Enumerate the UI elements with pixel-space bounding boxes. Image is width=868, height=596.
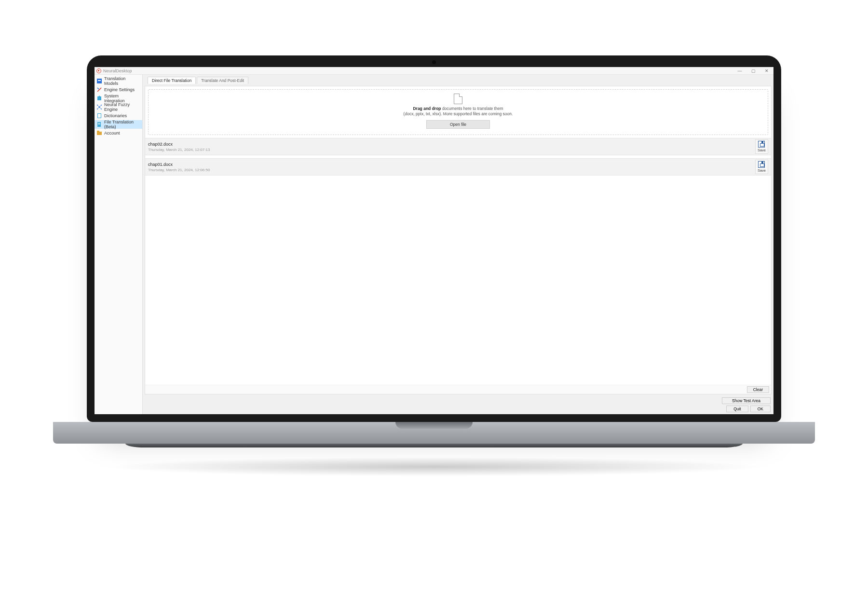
app-window: NeuralDesktop — ▢ ✕ Translation Models xyxy=(95,67,773,414)
file-date: Thursday, March 21, 2024, 12:07:13 xyxy=(148,148,210,152)
sidebar-item-label: Neural Fuzzy Engine xyxy=(104,102,140,112)
laptop-frame: NeuralDesktop — ▢ ✕ Translation Models xyxy=(87,55,781,476)
save-icon xyxy=(758,141,765,148)
sidebar-item-label: Translation Models xyxy=(104,76,140,86)
sidebar-item-dictionaries[interactable]: Dictionaries xyxy=(95,111,142,120)
main-area: Direct File Translation Translate And Po… xyxy=(143,75,773,414)
minimize-button[interactable]: — xyxy=(733,67,746,75)
dropzone-bold: Drag and drop xyxy=(413,106,441,111)
models-icon xyxy=(96,78,102,84)
save-label: Save xyxy=(758,168,766,173)
show-test-area-button[interactable]: Show Test Area xyxy=(722,397,771,404)
window-controls: — ▢ ✕ xyxy=(733,67,773,75)
file-name: chap01.docx xyxy=(148,162,210,167)
save-label: Save xyxy=(758,148,766,152)
clear-button[interactable]: Clear xyxy=(747,386,769,393)
sidebar-item-label: System Integration xyxy=(104,94,140,103)
book-icon xyxy=(96,113,102,119)
quit-button[interactable]: Quit xyxy=(726,406,748,412)
svg-rect-15 xyxy=(97,131,99,132)
camera-icon xyxy=(432,60,436,64)
sidebar-item-label: Account xyxy=(104,131,120,135)
laptop-hinge-notch xyxy=(395,422,473,429)
sidebar-item-engine-settings[interactable]: Engine Settings xyxy=(95,85,142,94)
sidebar-item-account[interactable]: Account xyxy=(95,129,142,137)
sidebar-item-label: File Translation (Beta) xyxy=(104,120,140,129)
svg-rect-12 xyxy=(98,123,100,123)
app-body: Translation Models Engine Settings Syste… xyxy=(95,75,773,414)
file-icon xyxy=(96,122,102,127)
svg-point-3 xyxy=(99,96,100,97)
bottom-row: Quit OK xyxy=(726,406,771,412)
sidebar-item-neural-fuzzy[interactable]: Neural Fuzzy Engine xyxy=(95,103,142,111)
tools-icon xyxy=(96,87,102,93)
neural-icon xyxy=(96,104,102,110)
svg-rect-14 xyxy=(97,132,102,135)
file-meta: chap01.docx Thursday, March 21, 2024, 12… xyxy=(148,162,210,172)
sidebar: Translation Models Engine Settings Syste… xyxy=(95,75,143,414)
file-row: chap01.docx Thursday, March 21, 2024, 12… xyxy=(145,158,771,176)
content-panel: Drag and drop documents here to translat… xyxy=(145,86,772,394)
tab-direct-file[interactable]: Direct File Translation xyxy=(148,77,196,84)
window-title: NeuralDesktop xyxy=(103,68,132,73)
bottom-button-stack: Show Test Area Quit OK xyxy=(722,397,771,412)
tab-translate-postedit[interactable]: Translate And Post-Edit xyxy=(197,77,248,84)
panel-footer-bar: Clear xyxy=(145,385,771,394)
document-icon xyxy=(454,94,462,104)
sidebar-item-label: Dictionaries xyxy=(104,113,127,118)
dropzone[interactable]: Drag and drop documents here to translat… xyxy=(148,89,768,135)
dropzone-line2: (docx, pptx, txt, xlsx). More supported … xyxy=(404,111,513,116)
sidebar-item-system-integration[interactable]: System Integration xyxy=(95,94,142,103)
laptop-base xyxy=(53,422,815,444)
svg-rect-10 xyxy=(98,114,101,118)
close-button[interactable]: ✕ xyxy=(760,67,773,75)
save-button[interactable]: Save xyxy=(755,139,768,154)
puzzle-icon xyxy=(96,95,102,101)
sidebar-item-translation-models[interactable]: Translation Models xyxy=(95,77,142,85)
titlebar: NeuralDesktop — ▢ ✕ xyxy=(95,67,773,75)
screen-bezel: NeuralDesktop — ▢ ✕ Translation Models xyxy=(87,55,781,422)
app-icon xyxy=(96,68,101,73)
file-date: Thursday, March 21, 2024, 12:06:50 xyxy=(148,168,210,172)
save-button[interactable]: Save xyxy=(755,160,768,174)
file-row: chap02.docx Thursday, March 21, 2024, 12… xyxy=(145,138,771,155)
ok-button[interactable]: OK xyxy=(750,406,771,412)
sidebar-item-label: Engine Settings xyxy=(104,87,135,92)
open-file-button[interactable]: Open file xyxy=(426,120,490,129)
sidebar-item-file-translation[interactable]: File Translation (Beta) xyxy=(95,120,142,129)
dropzone-line1: documents here to translate them xyxy=(441,106,503,111)
svg-rect-13 xyxy=(98,124,100,124)
bottom-bar: Show Test Area Quit OK xyxy=(145,396,772,412)
laptop-shadow xyxy=(106,457,762,476)
laptop-foot xyxy=(125,444,743,447)
svg-rect-1 xyxy=(98,80,101,81)
dropzone-text: Drag and drop documents here to translat… xyxy=(404,106,513,116)
spacer xyxy=(145,176,771,385)
file-meta: chap02.docx Thursday, March 21, 2024, 12… xyxy=(148,142,210,152)
file-name: chap02.docx xyxy=(148,142,210,147)
save-icon xyxy=(758,161,765,168)
tabs: Direct File Translation Translate And Po… xyxy=(145,77,772,84)
maximize-button[interactable]: ▢ xyxy=(746,67,760,75)
account-icon xyxy=(96,130,102,136)
